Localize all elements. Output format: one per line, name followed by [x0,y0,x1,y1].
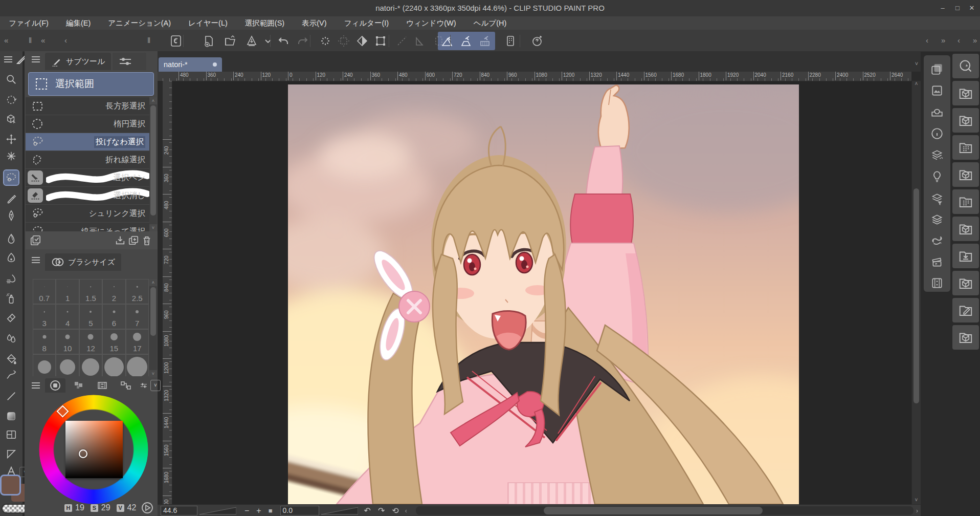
selection-tool[interactable] [4,170,18,185]
quick-access-icon[interactable] [930,62,944,76]
scroll-down-icon[interactable]: ˅ [149,370,157,377]
brush-size-tab[interactable]: ブラシサイズ [45,253,121,271]
blend-tool[interactable] [4,331,18,346]
menu-item-5[interactable]: 選択範囲(S) [236,16,293,30]
brush-size-cell[interactable]: 20 [33,354,56,376]
brush-size-scrollbar[interactable]: ˄ ˅ [149,279,157,377]
crop-triangle-icon[interactable] [413,34,428,48]
delete-subtool-icon[interactable] [140,234,153,247]
brush-size-cell[interactable]: 6 [102,304,125,329]
brush-size-cell[interactable]: 40 [102,354,125,376]
figure-tool[interactable] [4,368,18,382]
auto-action-icon[interactable] [930,233,944,247]
material-3d-folder[interactable] [952,108,979,133]
zoom-in-button[interactable]: + [256,506,261,516]
subtool-menu-icon[interactable] [32,56,40,57]
multi-check-icon[interactable] [29,234,42,247]
import-subtool-icon[interactable] [114,234,127,247]
brush-size-cell[interactable]: 10 [56,329,79,354]
scroll-down-icon[interactable]: ˅ [912,497,921,504]
subtool-tab[interactable]: サブツール [45,53,111,70]
intermediate-color-tab[interactable] [92,378,113,393]
menu-item-3[interactable]: アニメーション(A) [99,16,180,30]
brush-size-cell[interactable]: 0.7 [33,279,56,304]
collapse-left-icon[interactable]: ‹ [405,507,407,514]
scroll-up-icon[interactable]: ˄ [912,81,921,88]
canvas-artwork[interactable] [288,84,799,504]
color-wheel-tab[interactable] [45,378,65,393]
expand-right-icon[interactable]: » [973,36,977,45]
material-tray-icon[interactable] [930,105,944,119]
invert-selection-icon[interactable] [355,34,369,48]
pen-tool[interactable] [4,208,18,223]
menu-item-1[interactable]: ファイル(F) [0,16,57,30]
horizontal-scrollbar[interactable] [416,506,914,515]
timeline-icon[interactable] [930,276,944,290]
brush-size-cell[interactable]: 12 [79,329,102,354]
vertical-scroll-thumb[interactable] [914,188,919,403]
main-color-swatch[interactable] [2,476,19,494]
brush-size-cell[interactable]: 4 [56,304,79,329]
brush-size-cell[interactable]: 5 [79,304,102,329]
crop-rect-icon[interactable] [432,34,446,48]
scroll-right-icon[interactable]: › [916,507,918,514]
collapse-right-icon[interactable]: ‹ [957,36,960,45]
redo-icon[interactable] [296,34,310,48]
rotation-value-field[interactable]: 0.0 [280,506,319,515]
subtool-item[interactable]: 選択ペン [26,169,149,187]
menu-item-7[interactable]: フィルター(I) [336,16,398,30]
menu-item-8[interactable]: ウィンドウ(W) [397,16,465,30]
vertical-scrollbar[interactable]: ˄ ˅ [912,81,921,504]
reselect-icon[interactable] [337,34,351,48]
gradient-tool[interactable] [4,409,18,423]
undo-icon[interactable] [276,34,291,48]
zoom-tool[interactable] [4,72,18,87]
horizontal-scroll-thumb[interactable] [544,507,763,514]
brush-size-cell[interactable]: 15 [102,329,125,354]
color-history-icon[interactable] [141,502,153,514]
subtool-scrollbar[interactable]: ˄ ˅ [149,97,157,231]
saturation-value-square[interactable] [65,421,123,478]
brush-size-cell[interactable]: 7 [126,304,149,329]
material-color-pattern-folder[interactable] [952,135,979,160]
material-3d-folder[interactable] [952,271,979,295]
eyedropper-tool[interactable] [4,192,18,207]
fit-to-screen-button[interactable]: ■ [269,506,273,516]
material-3d-folder[interactable] [952,217,979,241]
layer-palette-icon[interactable] [930,213,944,226]
brush-size-cell[interactable]: 1 [56,279,79,304]
help-icon[interactable] [530,34,544,48]
layer-search-icon[interactable] [930,148,944,162]
rotate-right-icon[interactable]: ↷ [378,506,385,516]
frame-border-tool[interactable] [4,427,18,442]
material-edit-folder[interactable] [952,298,979,322]
brush-size-cell[interactable]: 25 [56,354,79,376]
pencil-tool[interactable] [4,231,18,246]
subtool-item[interactable]: 選択消し [26,187,149,205]
brush-tool[interactable] [4,250,18,265]
brush-size-cell[interactable]: 2.5 [126,279,149,304]
scroll-down-icon[interactable]: ˅ [149,224,157,231]
snap-to-grid-icon[interactable] [478,34,492,48]
information-icon[interactable] [930,127,944,140]
brush-size-cell[interactable]: 3 [33,304,56,329]
object-tool[interactable] [4,112,18,126]
menu-item-9[interactable]: ヘルプ(H) [465,16,516,30]
close-button[interactable]: ✕ [966,3,977,13]
color-slider-tab[interactable] [139,378,148,393]
rotation-slider[interactable] [321,506,358,515]
document-tab[interactable]: natori-* [159,57,222,72]
tool-panel-menu-icon[interactable] [4,56,12,57]
material-3d-folder[interactable] [952,325,979,350]
airbrush-tool[interactable] [4,291,18,306]
zoom-slider[interactable] [199,506,236,515]
minimize-button[interactable]: – [937,3,948,13]
color-panel-menu-icon[interactable] [32,382,40,383]
collapse-panel-icon[interactable]: « [4,36,8,45]
subtool-group-header[interactable]: 選択範囲 [28,72,154,96]
fill-tool[interactable] [4,352,18,366]
subtool-item[interactable]: 長方形選択 [26,97,149,115]
maximize-button[interactable]: □ [952,3,963,13]
duplicate-subtool-icon[interactable] [127,234,140,247]
brush-size-menu-icon[interactable] [32,257,40,258]
